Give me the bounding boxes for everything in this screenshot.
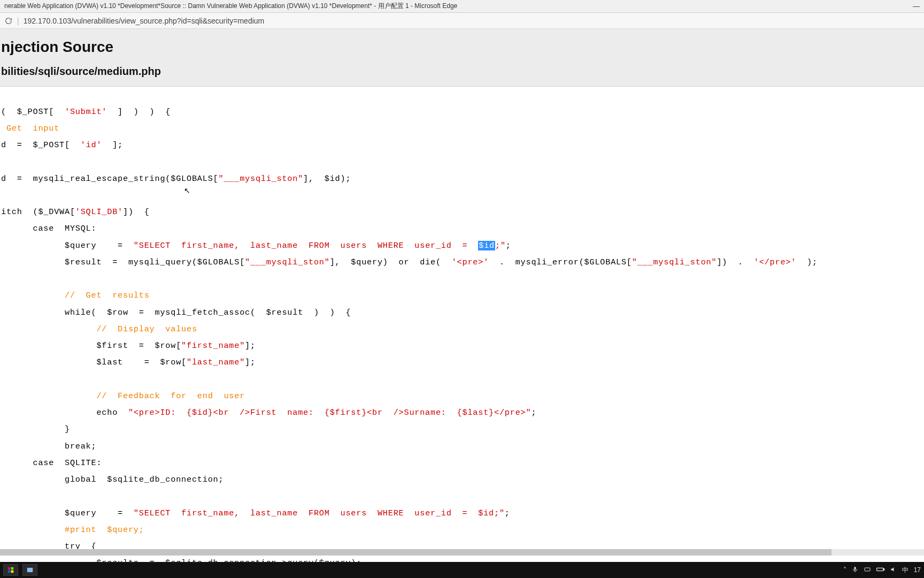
svg-rect-2 bbox=[8, 571, 11, 573]
code-token: 'SQLI_DB' bbox=[75, 207, 123, 217]
svg-rect-1 bbox=[11, 567, 14, 570]
code-token: $result = mysqli_query($GLOBALS[ bbox=[1, 257, 245, 267]
window-minimize-button[interactable]: — bbox=[913, 2, 920, 10]
window-title: nerable Web Application (DVWA) v1.10 *De… bbox=[4, 2, 457, 11]
code-comment: Get input bbox=[1, 124, 59, 133]
address-bar: | 192.170.0.103/vulnerabilities/view_sou… bbox=[0, 13, 924, 29]
code-token: ); bbox=[796, 257, 818, 267]
code-token: "<pre>ID: {$id}<br />First name: {$first… bbox=[128, 408, 531, 417]
code-token: '</pre>' bbox=[754, 257, 796, 267]
tray-volume-icon[interactable] bbox=[890, 566, 897, 574]
page-title-h1: njection Source bbox=[1, 39, 924, 56]
code-token: ]; bbox=[245, 341, 256, 351]
svg-marker-9 bbox=[891, 567, 894, 572]
svg-rect-0 bbox=[8, 567, 11, 570]
code-token: ]; bbox=[245, 358, 256, 367]
tray-keyboard-icon[interactable] bbox=[864, 566, 871, 574]
address-separator: | bbox=[17, 17, 19, 25]
code-token: ; bbox=[505, 508, 510, 518]
code-token: itch ($_DVWA[ bbox=[1, 207, 75, 217]
code-token: global $sqlite_db_connection; bbox=[1, 475, 224, 484]
taskbar-right: ˄ 中 17 bbox=[843, 566, 921, 575]
window-controls: — bbox=[913, 2, 920, 10]
code-token: $query = bbox=[1, 508, 134, 518]
tray-time[interactable]: 17 bbox=[914, 566, 921, 574]
horizontal-scrollbar[interactable] bbox=[0, 549, 924, 556]
code-token: or bbox=[399, 257, 410, 267]
taskbar: ˄ 中 17 bbox=[0, 562, 924, 578]
code-comment: #print $query; bbox=[1, 525, 144, 535]
code-token: ]) { bbox=[123, 207, 150, 217]
reload-icon[interactable] bbox=[4, 17, 13, 25]
code-token: . mysqli_error($GLOBALS[ bbox=[489, 257, 632, 267]
scrollbar-thumb[interactable] bbox=[0, 549, 831, 556]
code-token: die( bbox=[409, 257, 451, 267]
code-token: case SQLITE: bbox=[1, 458, 102, 468]
tray-battery-icon[interactable] bbox=[876, 566, 885, 574]
code-token: ], $id); bbox=[303, 174, 351, 184]
code-token: $query = bbox=[1, 241, 134, 250]
code-token: ; bbox=[531, 408, 536, 417]
code-token: ]) . bbox=[717, 257, 753, 267]
selected-text: $id bbox=[478, 241, 495, 250]
code-token: 'Submit' bbox=[65, 107, 107, 117]
code-token: d = mysqli_real_escape_string($GLOBALS[ bbox=[1, 174, 218, 184]
code-token: "SELECT first_name, last_name FROM users… bbox=[134, 241, 478, 250]
tray-chevron-icon[interactable]: ˄ bbox=[843, 566, 846, 574]
tray-microphone-icon[interactable] bbox=[852, 566, 858, 574]
code-token: case MYSQL: bbox=[1, 224, 96, 233]
taskbar-app-icon[interactable] bbox=[3, 564, 18, 576]
code-token: break; bbox=[1, 442, 96, 451]
code-token: "___mysqli_ston" bbox=[632, 257, 717, 267]
code-token: "SELECT first_name, last_name FROM users… bbox=[134, 508, 505, 518]
code-token: ] ) ) { bbox=[107, 107, 171, 117]
url-display[interactable]: 192.170.0.103/vulnerabilities/view_sourc… bbox=[24, 17, 265, 25]
taskbar-app-icon[interactable] bbox=[22, 564, 37, 576]
code-token: 'id' bbox=[81, 140, 102, 150]
code-token: $first = $row[ bbox=[1, 341, 181, 351]
code-token: "___mysqli_ston" bbox=[245, 257, 330, 267]
scrollbar-track bbox=[0, 549, 924, 556]
taskbar-left bbox=[3, 564, 37, 576]
page-header: njection Source bilities/sqli/source/med… bbox=[0, 29, 924, 87]
code-token: "first_name" bbox=[181, 341, 245, 351]
svg-rect-3 bbox=[11, 571, 14, 573]
code-token: ; bbox=[506, 241, 511, 250]
code-comment: // Get results bbox=[1, 291, 150, 300]
code-token: $last = $row[ bbox=[1, 358, 187, 367]
code-token: ( $_POST[ bbox=[1, 107, 65, 117]
code-comment: // Display values bbox=[1, 324, 197, 334]
code-token: '<pre>' bbox=[452, 257, 489, 267]
code-token: "last_name" bbox=[187, 358, 245, 367]
code-token: ]; bbox=[102, 140, 123, 150]
code-comment: // Feedback for end user bbox=[1, 391, 245, 401]
code-token: } bbox=[1, 424, 70, 434]
source-code[interactable]: ( $_POST[ 'Submit' ] ) ) { Get input d =… bbox=[0, 87, 924, 578]
code-token: echo bbox=[1, 408, 128, 417]
code-token: d = $_POST[ bbox=[1, 140, 81, 150]
window-title-bar: nerable Web Application (DVWA) v1.10 *De… bbox=[0, 0, 924, 13]
tray-ime-indicator[interactable]: 中 bbox=[902, 566, 908, 575]
svg-rect-4 bbox=[854, 567, 856, 570]
code-token: ;" bbox=[495, 241, 506, 250]
page-subtitle-h2: bilities/sqli/source/medium.php bbox=[1, 65, 924, 78]
svg-rect-6 bbox=[865, 568, 870, 571]
code-token: ], $query) bbox=[330, 257, 399, 267]
svg-rect-7 bbox=[876, 568, 883, 571]
code-token: while( $row = mysqli_fetch_assoc( $resul… bbox=[1, 308, 351, 317]
code-token: "___mysqli_ston" bbox=[218, 174, 303, 184]
svg-rect-8 bbox=[883, 569, 884, 571]
